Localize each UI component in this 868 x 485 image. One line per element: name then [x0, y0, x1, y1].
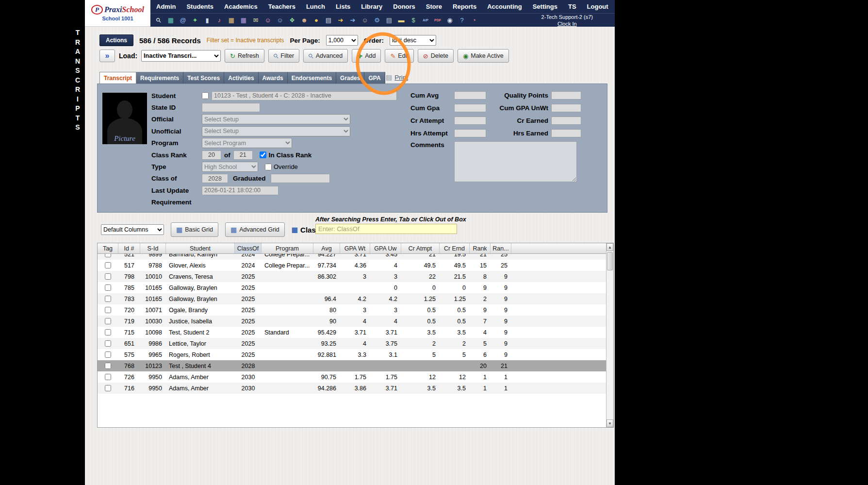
- nav-item-store[interactable]: Store: [426, 3, 442, 10]
- official-select[interactable]: Select Setup: [202, 114, 350, 124]
- tab-test-scores[interactable]: Test Scores: [183, 72, 224, 84]
- edit-button[interactable]: ✎Edit: [385, 49, 413, 63]
- nav-item-accounting[interactable]: Accounting: [487, 3, 522, 10]
- student-checkbox[interactable]: [202, 92, 209, 99]
- add-button[interactable]: ✚Add: [352, 49, 381, 63]
- type-select[interactable]: High School: [202, 162, 258, 172]
- about-icon[interactable]: ◔: [470, 16, 478, 25]
- print-link[interactable]: ▤ Print: [386, 73, 408, 81]
- table-row[interactable]: 7169950Adams, Amber203094.2863.863.713.5…: [98, 383, 607, 394]
- calendar-icon[interactable]: ▦: [227, 16, 236, 25]
- cash-drawer-icon[interactable]: $: [409, 16, 418, 25]
- student-icon[interactable]: ☺: [263, 16, 272, 25]
- row-tag-checkbox[interactable]: [105, 296, 111, 302]
- column-header-id[interactable]: Id #: [118, 243, 140, 253]
- notes-icon[interactable]: ▤: [324, 16, 333, 25]
- family-icon[interactable]: ☻: [300, 16, 309, 25]
- columns-select[interactable]: Default Columns: [101, 224, 164, 235]
- row-tag-checkbox[interactable]: [105, 273, 111, 280]
- row-tag-checkbox[interactable]: [105, 363, 111, 369]
- row-tag-checkbox[interactable]: [105, 307, 111, 313]
- row-tag-checkbox[interactable]: [105, 284, 111, 291]
- column-header-cr-ernd[interactable]: Cr Ernd: [440, 243, 470, 253]
- mail-merge-icon[interactable]: ✉: [251, 16, 260, 25]
- in-class-rank-checkbox[interactable]: [260, 151, 266, 158]
- nav-item-ts[interactable]: TS: [568, 3, 576, 10]
- student-field[interactable]: [212, 91, 397, 100]
- column-header-gpa-wt[interactable]: GPA Wt: [340, 243, 370, 253]
- cd-icon[interactable]: ◉: [445, 16, 454, 25]
- ap-icon[interactable]: A/P: [421, 16, 430, 25]
- table-row[interactable]: 78510165Galloway, Braylen202500099: [98, 282, 607, 293]
- schedule-grid-icon[interactable]: ▦: [166, 16, 175, 25]
- program-select[interactable]: Select Program: [202, 138, 292, 148]
- advanced-button[interactable]: ⚲Advanced: [303, 49, 348, 63]
- report-list-icon[interactable]: ▤: [385, 16, 393, 25]
- id-card-icon[interactable]: ▬: [397, 16, 406, 25]
- tab-awards[interactable]: Awards: [259, 72, 288, 84]
- comments-textarea[interactable]: [454, 141, 577, 182]
- help-icon[interactable]: ?: [458, 16, 466, 25]
- table-row[interactable]: 5179788Glover, Alexis2024College Prepar.…: [98, 260, 607, 271]
- import-icon[interactable]: ➔: [348, 16, 357, 25]
- jump-forward-icon[interactable]: »: [99, 50, 115, 62]
- last-update-field[interactable]: [202, 186, 278, 195]
- column-header-cr-atmpt[interactable]: Cr Atmpt: [401, 243, 440, 253]
- table-row[interactable]: 78310165Galloway, Braylen202596.44.24.21…: [98, 293, 607, 304]
- order-select[interactable]: id # desc: [390, 35, 436, 46]
- nav-item-library[interactable]: Library: [361, 3, 382, 10]
- classof-search-input[interactable]: [315, 224, 457, 234]
- export-icon[interactable]: ➔: [336, 16, 345, 25]
- nav-item-students[interactable]: Students: [186, 3, 213, 10]
- filter-button[interactable]: ⚲Filter: [268, 49, 299, 63]
- delete-button[interactable]: ⊘Delete: [418, 49, 454, 63]
- graduated-field[interactable]: [271, 174, 330, 183]
- mobile-phone-icon[interactable]: ▮: [203, 16, 212, 25]
- column-header-tag[interactable]: Tag: [98, 243, 118, 253]
- tab-endorsements[interactable]: Endorsements: [288, 72, 336, 84]
- quality-points-field[interactable]: [551, 91, 581, 100]
- person-record-icon[interactable]: ☺: [360, 16, 369, 25]
- column-header-program[interactable]: Program: [262, 243, 313, 253]
- chat-icon[interactable]: ✦: [191, 16, 199, 25]
- class-rank-field[interactable]: [202, 151, 221, 160]
- nav-item-lists[interactable]: Lists: [336, 3, 350, 10]
- advanced-grid-button[interactable]: ▦ Advanced Grid: [225, 222, 285, 237]
- gear-icon[interactable]: ⚙: [373, 16, 381, 25]
- override-checkbox[interactable]: [265, 164, 272, 170]
- table-row[interactable]: 7269950Adams, Amber203090.751.751.751212…: [98, 371, 607, 383]
- badge-icon[interactable]: ❖: [288, 16, 296, 25]
- table-row[interactable]: 5219899Barnhard, Kamlyn2024College Prepa…: [98, 254, 607, 260]
- nav-item-donors[interactable]: Donors: [393, 3, 415, 10]
- nav-item-teachers[interactable]: Teachers: [268, 3, 295, 10]
- search-icon[interactable]: ⚲: [152, 14, 164, 26]
- column-header-ran[interactable]: Ran...: [491, 243, 511, 253]
- hrs-earned-field[interactable]: [551, 129, 581, 137]
- tab-grades[interactable]: Grades: [336, 72, 364, 84]
- table-row[interactable]: 71510098Test, Student 22025Standard95.42…: [98, 327, 607, 338]
- table-row[interactable]: 72010071Ogale, Brandy202580330.50.599: [98, 304, 607, 316]
- cr-earned-field[interactable]: [551, 117, 581, 125]
- row-tag-checkbox[interactable]: [105, 351, 111, 358]
- lunch-icon[interactable]: ●: [312, 16, 321, 25]
- row-tag-checkbox[interactable]: [105, 254, 111, 257]
- class-of-field[interactable]: [202, 174, 228, 183]
- column-header-s-id[interactable]: S-Id: [140, 243, 166, 253]
- basic-grid-button[interactable]: ▦ Basic Grid: [171, 222, 218, 237]
- nav-item-reports[interactable]: Reports: [453, 3, 476, 10]
- table-row[interactable]: 5759965Rogers, Robert202592.8813.33.1556…: [98, 349, 607, 360]
- nav-item-lunch[interactable]: Lunch: [306, 3, 325, 10]
- cr-attempt-field[interactable]: [454, 117, 486, 125]
- per-page-select[interactable]: 1,000: [326, 35, 358, 46]
- scroll-up-icon[interactable]: ▲: [606, 243, 613, 251]
- column-header-avg[interactable]: Avg: [313, 243, 340, 253]
- nav-item-logout[interactable]: Logout: [587, 3, 608, 10]
- staff-icon[interactable]: ☺: [276, 16, 284, 25]
- clock-in-link[interactable]: Clock In: [557, 21, 577, 27]
- announcement-icon[interactable]: ♪: [215, 16, 224, 25]
- email-at-icon[interactable]: @: [179, 16, 187, 25]
- cum-gpa-unwt-field[interactable]: [551, 104, 581, 112]
- make-active-button[interactable]: ◉Make Active: [458, 49, 509, 63]
- row-tag-checkbox[interactable]: [105, 262, 111, 268]
- row-tag-checkbox[interactable]: [105, 385, 111, 391]
